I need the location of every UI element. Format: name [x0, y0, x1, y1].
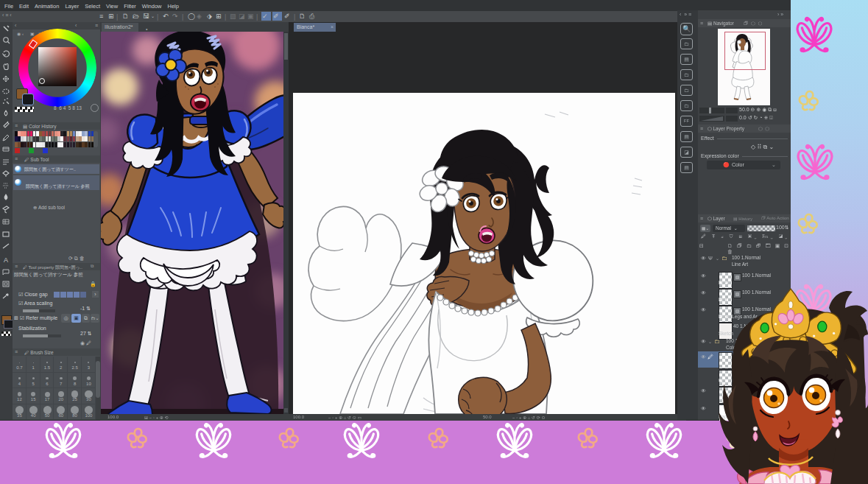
svg-text:A: A — [4, 256, 8, 264]
